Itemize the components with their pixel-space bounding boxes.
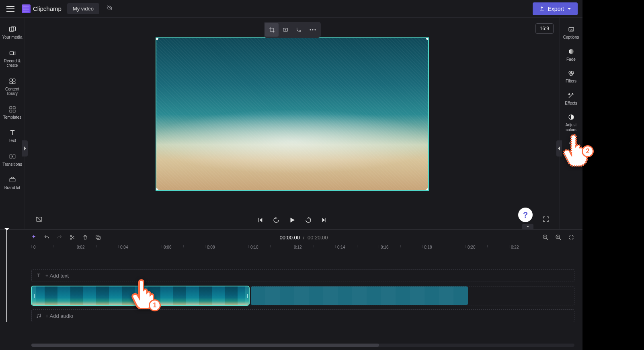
ruler-tick: 0:08 xyxy=(205,245,215,248)
timeline-scrollbar[interactable] xyxy=(31,344,574,347)
ruler-minor-tick xyxy=(487,245,488,247)
zoom-in-button[interactable] xyxy=(554,234,562,241)
right-item-speed[interactable]: Speed xyxy=(561,137,582,157)
total-time: 00:20.00 xyxy=(308,235,328,241)
pip-button[interactable] xyxy=(292,23,306,37)
right-item-filters[interactable]: Filters xyxy=(561,66,582,87)
playhead[interactable] xyxy=(6,230,7,322)
brandkit-icon xyxy=(2,175,23,184)
fade-icon xyxy=(562,47,581,56)
brand-logo-icon xyxy=(22,4,31,13)
resize-handle-tl[interactable] xyxy=(156,37,158,40)
sidebar-item-record-create[interactable]: Record & create xyxy=(1,46,24,71)
preview-clip[interactable] xyxy=(156,37,429,191)
export-label: Export xyxy=(548,6,564,12)
ruler-minor-tick xyxy=(400,245,401,247)
sidebar-item-templates[interactable]: Templates xyxy=(1,103,24,123)
ruler-minor-tick xyxy=(183,245,184,247)
redo-button[interactable] xyxy=(55,235,64,240)
back-10-button[interactable] xyxy=(272,216,281,224)
ruler-tick: 0:22 xyxy=(509,245,519,248)
zoom-fit-button[interactable] xyxy=(567,234,575,241)
filters-icon xyxy=(562,69,581,78)
menu-button[interactable] xyxy=(5,3,16,14)
right-rail-collapse[interactable] xyxy=(556,140,562,156)
more-button[interactable] xyxy=(306,23,320,37)
crop-icon xyxy=(269,27,275,33)
fullscreen-button[interactable] xyxy=(542,216,550,224)
project-title[interactable]: My video xyxy=(67,3,99,14)
fit-button[interactable] xyxy=(279,23,292,37)
export-button[interactable]: Export xyxy=(533,2,578,15)
fwd-10-button[interactable] xyxy=(304,216,313,224)
fit-icon xyxy=(282,27,289,33)
skip-end-button[interactable] xyxy=(320,217,329,223)
templates-icon xyxy=(2,105,23,114)
sidebar-item-transitions[interactable]: Transitions xyxy=(1,150,24,170)
sidebar-item-label: Text xyxy=(2,138,23,143)
sidebar-item-brand-kit[interactable]: Brand kit xyxy=(1,173,24,194)
timeline-scrollbar-thumb[interactable] xyxy=(31,344,379,347)
ruler-tick: 0:10 xyxy=(248,245,258,248)
down-collapse[interactable] xyxy=(522,224,533,229)
sidebar-item-your-media[interactable]: Your media xyxy=(1,23,24,43)
resize-handle-br[interactable] xyxy=(426,188,429,191)
svg-rect-15 xyxy=(10,155,12,158)
sidebar-item-label: Templates xyxy=(2,115,23,120)
right-item-captions[interactable]: CC Captions xyxy=(561,23,582,43)
delete-button[interactable] xyxy=(81,234,89,241)
svg-point-38 xyxy=(37,317,38,317)
hide-preview-button[interactable] xyxy=(35,216,43,224)
preview-area xyxy=(25,18,559,211)
play-button[interactable] xyxy=(288,216,297,224)
skip-start-button[interactable] xyxy=(256,217,265,223)
captions-icon: CC xyxy=(562,25,581,34)
split-button[interactable] xyxy=(68,234,76,241)
right-item-fade[interactable]: Fade xyxy=(561,45,582,65)
right-item-effects[interactable]: Effects xyxy=(561,89,582,109)
sidebar-item-label: Content library xyxy=(2,87,23,96)
ruler-minor-tick xyxy=(357,245,357,247)
more-icon xyxy=(310,29,316,31)
crop-button[interactable] xyxy=(265,23,279,37)
help-button[interactable]: ? xyxy=(518,208,533,222)
right-item-label: Effects xyxy=(562,101,581,106)
text-icon xyxy=(2,128,23,137)
duplicate-button[interactable] xyxy=(94,234,102,241)
clip-trim-right[interactable]: || xyxy=(245,286,249,305)
clip-1-selected[interactable]: || || xyxy=(32,286,249,305)
ruler-tick: 0:02 xyxy=(75,245,84,248)
undo-button[interactable] xyxy=(43,235,51,240)
time-display: 00:00.00 / 00:20.00 xyxy=(279,235,328,241)
ruler-tick: 0 xyxy=(31,245,36,248)
ruler-tick: 0:06 xyxy=(162,245,171,248)
clip-2[interactable] xyxy=(251,286,468,305)
video-track[interactable]: || || xyxy=(31,286,574,305)
resize-handle-tr[interactable] xyxy=(426,37,429,40)
cloud-off-icon[interactable] xyxy=(106,5,114,13)
black-strip xyxy=(582,0,644,350)
ruler-tick: 0:12 xyxy=(292,245,301,248)
right-item-label: Captions xyxy=(562,35,581,40)
add-audio-track[interactable]: + Add audio xyxy=(31,309,574,322)
svg-rect-10 xyxy=(12,82,15,84)
canvas-toolbar xyxy=(264,22,321,38)
sidebar-item-text[interactable]: Text xyxy=(1,126,24,146)
svg-rect-12 xyxy=(13,107,15,109)
right-item-adjust-colors[interactable]: Adjust colors xyxy=(561,110,582,135)
clip-trim-left[interactable]: || xyxy=(32,286,36,305)
sidebar-item-label: Your media xyxy=(2,35,23,40)
svg-rect-11 xyxy=(10,107,12,109)
ai-button[interactable] xyxy=(30,234,38,241)
zoom-out-button[interactable] xyxy=(541,234,550,241)
sidebar-item-content-library[interactable]: Content library xyxy=(1,74,24,99)
resize-handle-bl[interactable] xyxy=(156,188,158,191)
transitions-icon xyxy=(2,152,23,161)
timeline-ruler[interactable]: 00:020:040:060:080:100:120:140:160:180:2… xyxy=(25,245,582,255)
right-item-label: Speed xyxy=(562,149,581,154)
ruler-tick: 0:20 xyxy=(466,245,475,248)
add-text-track[interactable]: + Add text xyxy=(31,269,574,282)
brand: Clipchamp xyxy=(22,4,62,13)
svg-rect-35 xyxy=(97,236,100,239)
svg-rect-8 xyxy=(12,79,15,81)
